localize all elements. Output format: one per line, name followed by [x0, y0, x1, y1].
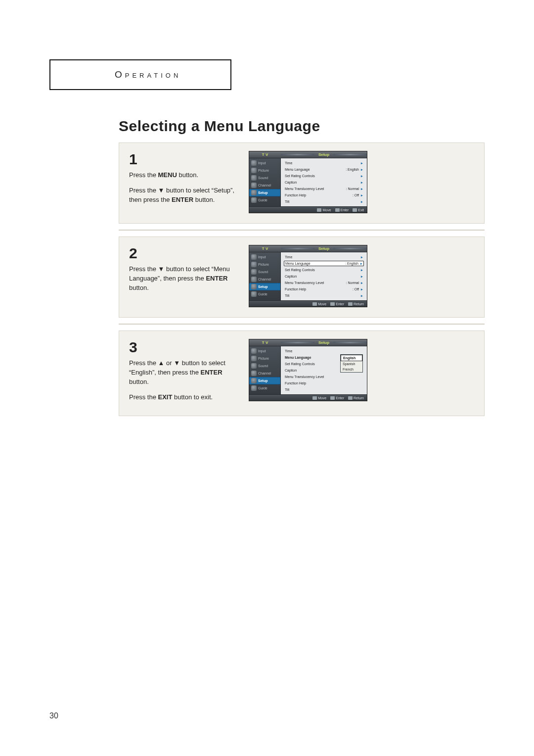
- osd-header: T V Setup: [249, 245, 367, 252]
- osd-tab-channel: Channel: [249, 182, 280, 189]
- page-number: 30: [49, 711, 58, 720]
- category-header-box: Operation: [49, 59, 231, 90]
- step-1-osd-preview: T V Setup Input Picture Sound Channel Se…: [249, 151, 474, 213]
- section-title: Selecting a Menu Language: [119, 118, 485, 135]
- instruction-text: Press the ▼ button to select “Menu Langu…: [129, 265, 238, 293]
- osd-tab-guide: Guide: [249, 196, 280, 204]
- footer-enter-icon: Enter: [335, 208, 349, 212]
- step-3-text: 3 Press the ▲ or ▼ button to select “Eng…: [129, 339, 238, 402]
- step-separator: [119, 230, 485, 231]
- osd-tab-sound: Sound: [249, 174, 280, 182]
- osd-footer: Move Enter Exit: [249, 206, 367, 213]
- step-3-osd-preview: T V Setup Input Picture Sound Channel Se…: [249, 339, 474, 402]
- step-1-block: 1 Press the MENU button. Press the ▼ but…: [119, 142, 485, 224]
- step-number: 3: [129, 339, 238, 356]
- osd-category: Setup: [316, 246, 331, 251]
- osd-menu-list: Time Menu Language Set Rating Controls C…: [281, 346, 367, 394]
- osd-sidebar: Input Picture Sound Channel Setup Guide: [249, 346, 281, 394]
- osd-tv-label: T V: [249, 246, 281, 251]
- osd-footer: Move Enter Return: [249, 394, 367, 401]
- osd-tab-setup: Setup: [249, 189, 280, 196]
- footer-exit-icon: Exit: [353, 208, 364, 212]
- osd-tv-label: T V: [249, 340, 281, 345]
- osd-screenshot: T V Setup Input Picture Sound Channel Se…: [249, 151, 367, 213]
- osd-menu-list: Time▸ Menu Language: English▸ Set Rating…: [281, 252, 367, 300]
- step-1-text: 1 Press the MENU button. Press the ▼ but…: [129, 151, 238, 213]
- step-number: 1: [129, 151, 238, 168]
- osd-screenshot: T V Setup Input Picture Sound Channel Se…: [249, 339, 367, 401]
- osd-tv-label: T V: [249, 152, 281, 157]
- instruction-text: Press the MENU button. Press the ▼ butto…: [129, 171, 238, 205]
- osd-menu-list: Time▸ Menu Language: English▸ Set Rating…: [281, 158, 367, 206]
- step-2-block: 2 Press the ▼ button to select “Menu Lan…: [119, 236, 485, 318]
- step-2-osd-preview: T V Setup Input Picture Sound Channel Se…: [249, 245, 474, 307]
- osd-footer: Move Enter Return: [249, 300, 367, 307]
- category-header: Operation: [115, 69, 181, 80]
- instruction-text: Press the ▲ or ▼ button to select “Engli…: [129, 359, 238, 402]
- osd-tab-input: Input: [249, 159, 280, 167]
- osd-sidebar: Input Picture Sound Channel Setup Guide: [249, 252, 281, 300]
- osd-category: Setup: [316, 152, 331, 157]
- footer-move-icon: Move: [317, 208, 331, 212]
- step-3-block: 3 Press the ▲ or ▼ button to select “Eng…: [119, 331, 485, 416]
- language-popup: English Spanish French: [340, 354, 363, 373]
- lang-option-english: English: [341, 355, 362, 361]
- osd-sidebar: Input Picture Sound Channel Setup Guide: [249, 158, 281, 206]
- lang-option-french: French: [341, 367, 362, 372]
- osd-screenshot: T V Setup Input Picture Sound Channel Se…: [249, 245, 367, 307]
- lang-option-spanish: Spanish: [341, 361, 362, 367]
- step-number: 2: [129, 245, 238, 262]
- osd-header: T V Setup: [249, 339, 367, 346]
- osd-selected-row: Menu Language: English▸: [284, 261, 364, 266]
- osd-category: Setup: [316, 340, 331, 345]
- osd-tab-picture: Picture: [249, 167, 280, 174]
- step-2-text: 2 Press the ▼ button to select “Menu Lan…: [129, 245, 238, 307]
- osd-header: T V Setup: [249, 151, 367, 158]
- step-separator: [119, 324, 485, 325]
